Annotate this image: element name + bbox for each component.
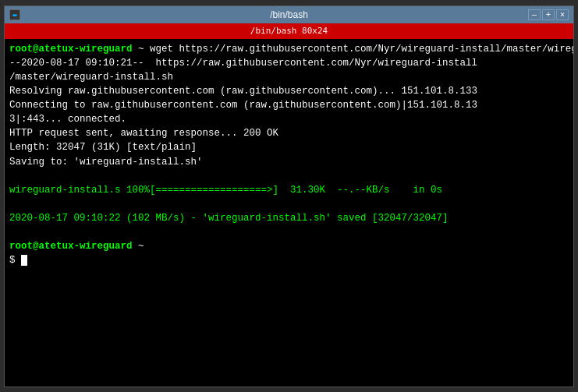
terminal-line-13: 2020-08-17 09:10:22 (102 MB/s) - 'wiregu… <box>9 211 569 225</box>
terminal-line-8: Length: 32047 (31K) [text/plain] <box>9 140 569 154</box>
terminal-line-15: root@atetux-wireguard ~ <box>9 239 569 253</box>
terminal-line-10 <box>9 169 569 183</box>
terminal-line-9: Saving to: 'wireguard-install.sh' <box>9 155 569 169</box>
cursor <box>21 255 27 266</box>
titlebar-left: ▬ <box>9 9 20 20</box>
minimize-button[interactable]: – <box>528 9 541 20</box>
terminal-window: ▬ /bin/bash – + × /bin/bash 80x24 root@a… <box>4 5 574 387</box>
window-icon: ▬ <box>9 9 20 20</box>
terminal-line-1: root@atetux-wireguard ~ wget https://raw… <box>9 42 569 56</box>
titlebar: ▬ /bin/bash – + × <box>5 6 573 23</box>
prompt-sym-1: ~ <box>133 44 144 55</box>
terminal-line-7: HTTP request sent, awaiting response... … <box>9 126 569 140</box>
prompt-user-1: root@atetux-wireguard <box>9 44 133 55</box>
terminal-line-11: wireguard-install.s 100%[===============… <box>9 183 569 197</box>
terminal-line-5: Connecting to raw.githubusercontent.com … <box>9 98 569 112</box>
cmd-1: wget https://raw.githubusercontent.com/N… <box>144 44 573 55</box>
prompt-sym-2: ~ <box>133 241 144 252</box>
prompt-user-2: root@atetux-wireguard <box>9 241 133 252</box>
subtitle-text: /bin/bash 80x24 <box>250 26 328 36</box>
subtitlebar: /bin/bash 80x24 <box>5 23 573 39</box>
terminal-body[interactable]: root@atetux-wireguard ~ wget https://raw… <box>5 39 573 387</box>
window-controls: – + × <box>528 9 569 20</box>
window-title: /bin/bash <box>270 9 308 20</box>
terminal-line-2: --2020-08-17 09:10:21-- https://raw.gith… <box>9 56 569 70</box>
maximize-button[interactable]: + <box>542 9 555 20</box>
close-button[interactable]: × <box>556 9 569 20</box>
terminal-line-4: Resolving raw.githubusercontent.com (raw… <box>9 84 569 98</box>
terminal-line-16: $ <box>9 253 569 267</box>
terminal-line-14 <box>9 225 569 239</box>
terminal-line-6: 3|:443... connected. <box>9 112 569 126</box>
terminal-line-3: /master/wireguard-install.sh <box>9 70 569 84</box>
terminal-line-12 <box>9 197 569 211</box>
